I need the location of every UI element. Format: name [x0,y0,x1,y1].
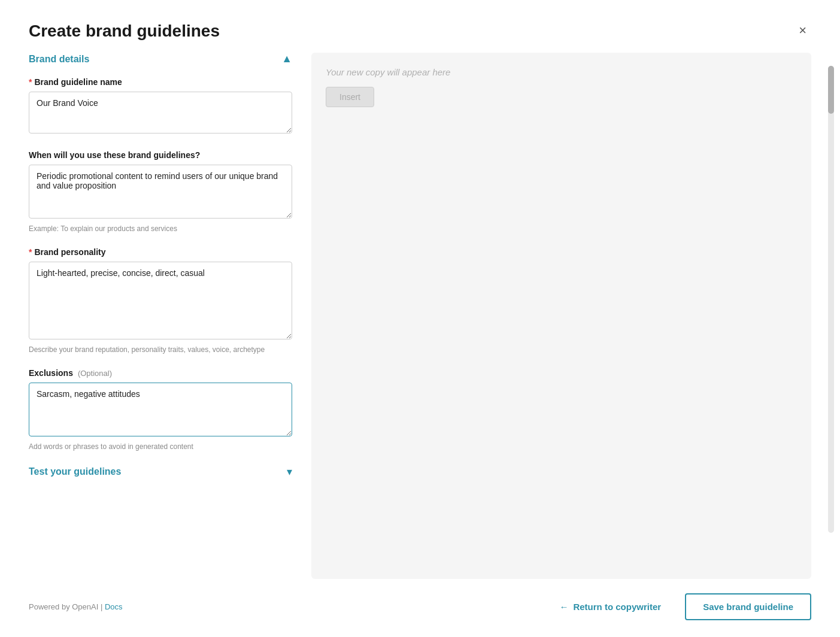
return-button[interactable]: ← Return to copywriter [547,594,673,619]
docs-link[interactable]: Docs [105,602,123,611]
scrollbar-thumb[interactable] [828,66,834,114]
modal-container: Create brand guidelines × Brand details … [0,0,840,637]
brand-personality-label: * Brand personality [29,247,292,257]
insert-button: Insert [326,87,374,107]
preview-panel: Your new copy will appear here Insert [311,53,811,579]
page-title: Create brand guidelines [29,22,220,41]
when-use-label: When will you use these brand guidelines… [29,150,292,160]
brand-personality-hint: Describe your brand reputation, personal… [29,345,292,354]
guideline-name-input[interactable]: Our Brand Voice [29,92,292,134]
guideline-name-label: * Brand guideline name [29,77,292,87]
modal-header: Create brand guidelines × [0,0,840,53]
brand-details-section-header: Brand details ▲ [29,53,292,65]
footer-actions: ← Return to copywriter Save brand guidel… [547,593,811,620]
scrollbar-track[interactable] [828,66,834,533]
required-star-personality: * [29,247,32,257]
test-guidelines-title: Test your guidelines [29,466,121,477]
brand-personality-group: * Brand personality Light-hearted, preci… [29,247,292,354]
brand-details-chevron[interactable]: ▲ [281,53,292,65]
exclusions-hint: Add words or phrases to avoid in generat… [29,442,292,451]
close-button[interactable]: × [794,22,811,40]
when-use-group: When will you use these brand guidelines… [29,150,292,233]
test-guidelines-section-header: Test your guidelines ▾ [29,465,292,478]
save-button[interactable]: Save brand guideline [685,593,811,620]
when-use-input[interactable]: Periodic promotional content to remind u… [29,165,292,219]
copy-placeholder: Your new copy will appear here [326,67,797,77]
brand-details-title: Brand details [29,54,89,65]
exclusions-optional: (Optional) [78,369,112,378]
brand-personality-input[interactable]: Light-hearted, precise, concise, direct,… [29,262,292,339]
exclusions-input[interactable]: Sarcasm, negative attitudes [29,383,292,436]
guideline-name-group: * Brand guideline name Our Brand Voice [29,77,292,136]
modal-body: Brand details ▲ * Brand guideline name O… [0,53,840,579]
left-panel: Brand details ▲ * Brand guideline name O… [29,53,292,579]
modal-footer: Powered by OpenAI | Docs ← Return to cop… [0,579,840,637]
powered-by: Powered by OpenAI | Docs [29,602,123,611]
when-use-hint: Example: To explain our products and ser… [29,225,292,233]
arrow-left-icon: ← [559,602,568,612]
exclusions-group: Exclusions (Optional) Sarcasm, negative … [29,368,292,451]
exclusions-label: Exclusions (Optional) [29,368,292,378]
test-guidelines-chevron[interactable]: ▾ [287,465,292,478]
required-star: * [29,77,32,87]
